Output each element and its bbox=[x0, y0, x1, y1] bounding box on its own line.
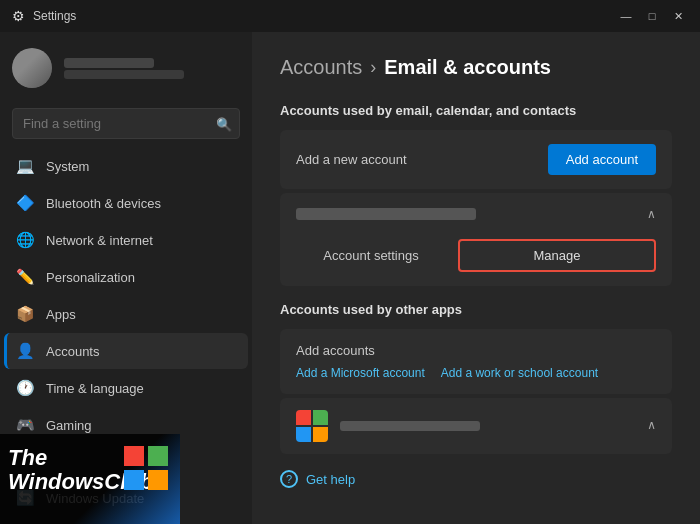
breadcrumb-current: Email & accounts bbox=[384, 56, 551, 79]
expandable-account-header[interactable]: ∧ bbox=[280, 193, 672, 235]
app-account-left bbox=[296, 410, 480, 442]
account-actions: Account settings Manage bbox=[280, 235, 672, 286]
sidebar-item-personalization[interactable]: ✏️ Personalization bbox=[4, 259, 248, 295]
get-help[interactable]: ? Get help bbox=[280, 470, 672, 488]
sidebar-item-label: Gaming bbox=[46, 418, 92, 433]
microsoft-app-icon bbox=[296, 410, 328, 442]
sidebar-item-accounts[interactable]: 👤 Accounts bbox=[4, 333, 248, 369]
app-icon-q2 bbox=[313, 410, 328, 425]
expandable-account: ∧ Account settings Manage bbox=[280, 193, 672, 286]
app-icon-q4 bbox=[313, 427, 328, 442]
content-area: Accounts › Email & accounts Accounts use… bbox=[252, 32, 700, 524]
other-apps-section: Accounts used by other apps Add accounts… bbox=[280, 302, 672, 454]
sidebar-item-label: System bbox=[46, 159, 89, 174]
breadcrumb-parent[interactable]: Accounts bbox=[280, 56, 362, 79]
sidebar-item-system[interactable]: 💻 System bbox=[4, 148, 248, 184]
network-icon: 🌐 bbox=[16, 231, 34, 249]
search-box: 🔍 bbox=[12, 108, 240, 139]
close-button[interactable]: ✕ bbox=[668, 6, 688, 26]
chevron-up-icon: ∧ bbox=[647, 207, 656, 221]
sidebar-item-label: Time & language bbox=[46, 381, 144, 396]
avatar bbox=[12, 48, 52, 88]
search-input[interactable] bbox=[12, 108, 240, 139]
breadcrumb: Accounts › Email & accounts bbox=[280, 56, 672, 79]
add-new-account-label: Add a new account bbox=[296, 152, 407, 167]
maximize-button[interactable]: □ bbox=[642, 6, 662, 26]
sidebar-item-label: Bluetooth & devices bbox=[46, 196, 161, 211]
account-links: Add a Microsoft account Add a work or sc… bbox=[296, 366, 656, 380]
app-icon-q1 bbox=[296, 410, 311, 425]
app-icon-q3 bbox=[296, 427, 311, 442]
user-info bbox=[64, 58, 184, 79]
add-accounts-label: Add accounts bbox=[296, 343, 656, 358]
other-apps-section-title: Accounts used by other apps bbox=[280, 302, 672, 317]
sidebar-item-label: Network & internet bbox=[46, 233, 153, 248]
add-microsoft-account-link[interactable]: Add a Microsoft account bbox=[296, 366, 425, 380]
bluetooth-icon: 🔷 bbox=[16, 194, 34, 212]
gaming-icon: 🎮 bbox=[16, 416, 34, 434]
app-account-row: ∨ bbox=[280, 398, 672, 454]
windows-update-label: Windows Update bbox=[46, 491, 144, 506]
settings-icon: ⚙ bbox=[12, 8, 25, 24]
account-blurred-name bbox=[296, 208, 476, 220]
sidebar-item-label: Apps bbox=[46, 307, 76, 322]
personalization-icon: ✏️ bbox=[16, 268, 34, 286]
sidebar-item-label: Personalization bbox=[46, 270, 135, 285]
titlebar-title: Settings bbox=[33, 9, 76, 23]
get-help-icon: ? bbox=[280, 470, 298, 488]
sidebar-item-bluetooth[interactable]: 🔷 Bluetooth & devices bbox=[4, 185, 248, 221]
sidebar: 🔍 💻 System 🔷 Bluetooth & devices 🌐 Netwo… bbox=[0, 32, 252, 524]
titlebar: ⚙ Settings — □ ✕ bbox=[0, 0, 700, 32]
main-layout: 🔍 💻 System 🔷 Bluetooth & devices 🌐 Netwo… bbox=[0, 32, 700, 524]
nav-items: 💻 System 🔷 Bluetooth & devices 🌐 Network… bbox=[0, 147, 252, 480]
app-account-blurred bbox=[340, 421, 480, 431]
sidebar-item-windows-update[interactable]: 🔄 Windows Update bbox=[4, 480, 248, 516]
sidebar-item-network[interactable]: 🌐 Network & internet bbox=[4, 222, 248, 258]
breadcrumb-separator: › bbox=[370, 57, 376, 78]
sidebar-item-gaming[interactable]: 🎮 Gaming bbox=[4, 407, 248, 443]
apps-icon: 📦 bbox=[16, 305, 34, 323]
user-name bbox=[64, 58, 154, 68]
system-icon: 💻 bbox=[16, 157, 34, 175]
search-icon: 🔍 bbox=[216, 116, 232, 131]
add-account-button[interactable]: Add account bbox=[548, 144, 656, 175]
add-work-school-account-link[interactable]: Add a work or school account bbox=[441, 366, 598, 380]
accounts-icon: 👤 bbox=[16, 342, 34, 360]
sidebar-item-label: Accounts bbox=[46, 344, 99, 359]
time-icon: 🕐 bbox=[16, 379, 34, 397]
windows-update-icon: 🔄 bbox=[16, 489, 34, 507]
account-settings-link[interactable]: Account settings bbox=[296, 248, 446, 263]
add-new-account-row: Add a new account Add account bbox=[280, 130, 672, 189]
manage-button[interactable]: Manage bbox=[458, 239, 656, 272]
sidebar-item-apps[interactable]: 📦 Apps bbox=[4, 296, 248, 332]
get-help-label: Get help bbox=[306, 472, 355, 487]
minimize-button[interactable]: — bbox=[616, 6, 636, 26]
window-controls: — □ ✕ bbox=[616, 6, 688, 26]
add-accounts-row: Add accounts Add a Microsoft account Add… bbox=[280, 329, 672, 394]
email-section-title: Accounts used by email, calendar, and co… bbox=[280, 103, 672, 118]
user-profile bbox=[0, 32, 252, 104]
user-email bbox=[64, 70, 184, 79]
chevron-down-icon: ∨ bbox=[647, 419, 656, 433]
sidebar-item-time[interactable]: 🕐 Time & language bbox=[4, 370, 248, 406]
avatar-image bbox=[12, 48, 52, 88]
